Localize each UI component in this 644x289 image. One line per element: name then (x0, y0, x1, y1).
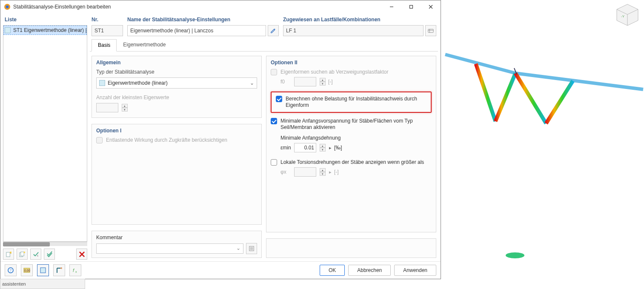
kommentar-input[interactable]: ⌄ (96, 243, 243, 254)
eigen-count-spin[interactable] (96, 103, 118, 112)
dialog-title: Stabilitätsanalyse-Einstellungen bearbei… (13, 4, 382, 10)
checkbox-zugkraefte-label: Entlastende Wirkung durch Zugkräfte berü… (106, 137, 227, 143)
svg-rect-17 (410, 6, 413, 9)
checkbox-torsion[interactable] (271, 159, 277, 166)
box-optionen-2: Optionen II Eigenformen suchen ab Verzwe… (266, 56, 436, 232)
svg-point-43 (60, 267, 62, 269)
new-button[interactable] (3, 249, 14, 260)
box-empty-right (266, 238, 436, 258)
kommentar-pick-button[interactable] (246, 243, 257, 254)
nr-field[interactable]: ST1 (92, 25, 123, 36)
list-pane: Liste ST1 Eigenwertmethode (linear) | La… (3, 15, 87, 260)
checkbox-ohne-belastung[interactable] (276, 96, 282, 102)
nav-cube[interactable]: -Y (615, 3, 640, 27)
close-button[interactable] (421, 0, 441, 13)
spin-controls[interactable]: ▴▾ (122, 104, 128, 112)
eigen-count-label: Anzahl der kleinsten Eigenwerte (96, 94, 257, 100)
background-panel-fragment: assistenten (0, 279, 85, 289)
dialog-action-bar: ? 0,00 fx OK Abbrechen Anwenden (0, 261, 441, 279)
svg-text:x: x (75, 270, 77, 273)
highlighted-option: Berechnen ohne Belastung für Instabilitä… (271, 92, 432, 113)
minimize-button[interactable] (382, 0, 401, 13)
svg-text:0,00: 0,00 (24, 269, 30, 272)
emin-spin[interactable]: 0.01 (294, 143, 316, 152)
f0-unit: [-] (328, 79, 333, 85)
svg-line-6 (515, 73, 546, 123)
svg-line-3 (515, 73, 643, 89)
assign-field[interactable]: LF 1 (283, 25, 424, 36)
main-pane: Nr. ST1 Name der Stabilitätsanalyse-Eins… (90, 15, 438, 260)
checkbox-anfangsvorspannung[interactable] (271, 118, 277, 124)
svg-rect-30 (428, 29, 433, 33)
allgemein-header: Allgemein (96, 60, 257, 69)
min-anfangsdehnung-label: Minimale Anfangsdehnung (280, 135, 432, 141)
list-item[interactable]: ST1 Eigenwertmethode (linear) | Lancz (3, 26, 87, 35)
opt1-header: Optionen I (96, 128, 257, 137)
box-allgemein: Allgemein Typ der Stabilitätsanalyse Eig… (92, 56, 262, 118)
phi-spin (294, 167, 316, 177)
check-button-1[interactable]: x (30, 249, 41, 260)
box-optionen-1: Optionen I Entlastende Wirkung durch Zug… (92, 124, 262, 225)
svg-point-22 (10, 251, 11, 253)
typ-select[interactable]: Eigenwertmethode (linear) ⌄ (96, 77, 257, 89)
chevron-down-icon: ⌄ (236, 245, 240, 251)
f0-label: f0 (280, 79, 292, 85)
titlebar: Stabilitätsanalyse-Einstellungen bearbei… (0, 0, 441, 13)
name-field[interactable]: Eigenwertmethode (linear) | Lanczos (127, 25, 266, 36)
assign-pick-button[interactable] (425, 25, 436, 36)
svg-rect-34 (250, 247, 253, 250)
svg-point-15 (6, 6, 9, 9)
color-button[interactable] (37, 264, 49, 276)
typ-label: Typ der Stabilitätsanalyse (96, 69, 257, 75)
list-header: Liste (3, 15, 87, 25)
svg-text:-Y: -Y (621, 14, 625, 18)
cancel-button[interactable]: Abbrechen (348, 265, 391, 276)
maximize-button[interactable] (401, 0, 421, 13)
svg-line-4 (476, 64, 495, 121)
tab-basis[interactable]: Basis (92, 39, 117, 52)
ok-button[interactable]: OK (320, 265, 345, 276)
svg-line-2 (445, 54, 515, 73)
phi-arrow-icon: ▸ (329, 169, 332, 175)
svg-text:x: x (37, 254, 38, 258)
f-button[interactable]: fx (69, 264, 81, 276)
svg-point-25 (23, 251, 25, 253)
name-label: Name der Stabilitätsanalyse-Einstellunge… (127, 15, 279, 25)
kommentar-header: Kommentar (96, 235, 257, 243)
svg-rect-24 (20, 252, 24, 255)
checkbox-ohne-belastung-label: Berechnen ohne Belastung für Instabilitä… (286, 96, 426, 109)
assign-label: Zugewiesen an Lastfälle/Kombinationen (283, 15, 436, 25)
box-kommentar: Kommentar ⌄ (92, 231, 262, 258)
svg-text:f: f (73, 268, 74, 273)
units-button[interactable]: 0,00 (21, 264, 33, 276)
new-set-button[interactable] (17, 249, 28, 260)
tab-bar: Basis Eigenwertmethode (90, 39, 438, 52)
check-button-2[interactable] (44, 249, 55, 260)
dialog-window: Stabilitätsanalyse-Einstellungen bearbei… (0, 0, 441, 279)
list-item-code: ST1 (13, 27, 23, 33)
checkbox-anfangsvorspannung-label: Minimale Anfangsvorspannung für Stäbe/Fl… (280, 118, 432, 131)
model-viewport[interactable]: -Y (441, 0, 644, 289)
checkbox-zugkraefte (96, 137, 103, 143)
list[interactable]: ST1 Eigenwertmethode (linear) | Lancz (3, 25, 87, 242)
tab-eigenwertmethode[interactable]: Eigenwertmethode (117, 39, 172, 51)
help-button[interactable]: ? (5, 264, 17, 276)
color-swatch (5, 27, 11, 33)
svg-line-7 (546, 81, 573, 123)
checkbox-verzweigung-label: Eigenformen suchen ab Verzweigungslastfa… (280, 69, 388, 75)
horizontal-scrollbar[interactable] (3, 242, 87, 246)
checkbox-verzweigung (271, 69, 277, 75)
structure-button[interactable] (53, 264, 65, 276)
phi-label: φx (280, 169, 292, 175)
svg-text:?: ? (9, 268, 11, 272)
name-edit-button[interactable] (268, 25, 279, 36)
app-icon (4, 3, 11, 10)
emin-unit: [‰] (334, 145, 342, 151)
svg-rect-20 (6, 252, 9, 256)
apply-button[interactable]: Anwenden (394, 265, 436, 276)
delete-button[interactable] (76, 249, 87, 260)
svg-rect-40 (40, 268, 46, 273)
opt2-header: Optionen II (271, 60, 432, 69)
emin-arrow-icon[interactable]: ▸ (329, 145, 332, 151)
emin-label: εmin (280, 145, 292, 151)
